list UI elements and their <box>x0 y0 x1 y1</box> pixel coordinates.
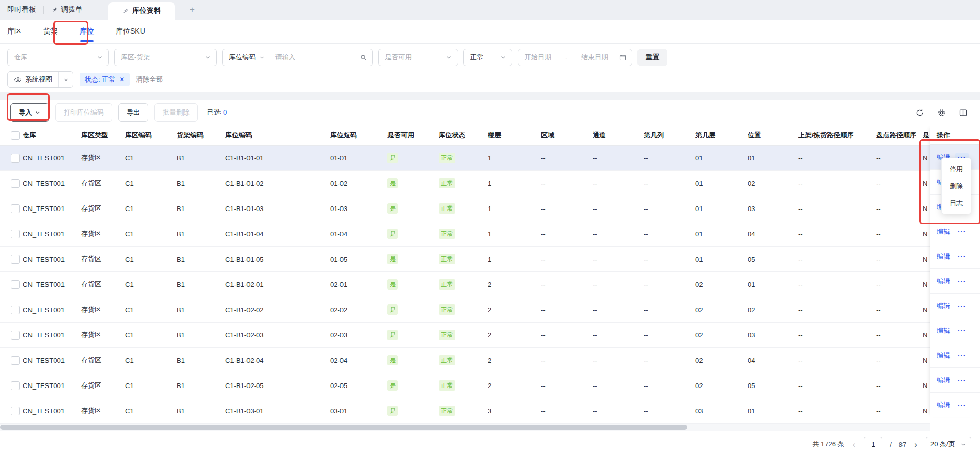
cell-position: 04 <box>748 357 798 364</box>
total-count: 共 1726 条 <box>812 440 844 449</box>
row-checkbox[interactable] <box>11 154 20 163</box>
cell-position: 01 <box>748 407 798 415</box>
table-row[interactable]: CN_TEST001存货区C1B1C1-B1-02-0202-02是正常2---… <box>0 297 930 323</box>
code-search-input[interactable]: 请输入 <box>270 53 372 62</box>
menu-item-log[interactable]: 日志 <box>942 195 971 212</box>
more-actions-button[interactable]: ··· <box>955 376 969 385</box>
available-select[interactable]: 是否可用 <box>378 49 458 66</box>
system-view-button[interactable]: 系统视图 <box>7 71 73 88</box>
warehouse-select[interactable]: 仓库 <box>7 49 109 66</box>
edit-link[interactable]: 编辑 <box>937 227 950 236</box>
system-view-dropdown[interactable] <box>58 72 73 87</box>
table-row[interactable]: CN_TEST001存货区C1B1C1-B1-02-0502-05是正常2---… <box>0 373 930 398</box>
tag-close-icon[interactable]: ✕ <box>119 76 125 83</box>
edit-link[interactable]: 编辑 <box>937 277 950 286</box>
edit-link[interactable]: 编辑 <box>937 301 950 311</box>
more-actions-button[interactable]: ··· <box>955 351 969 360</box>
ops-cell: 编辑··· <box>930 294 980 318</box>
export-button[interactable]: 导出 <box>118 103 148 122</box>
new-tab-button[interactable]: + <box>186 4 198 16</box>
row-checkbox[interactable] <box>11 230 20 238</box>
table-row[interactable]: CN_TEST001存货区C1B1C1-B1-01-0301-03是正常1---… <box>0 196 930 221</box>
edit-link[interactable]: 编辑 <box>937 326 950 335</box>
edit-link[interactable]: 编辑 <box>937 351 950 360</box>
column-header-shelf_code: 货架编码 <box>177 131 225 140</box>
page-separator: / <box>890 441 892 448</box>
tab-dashboard[interactable]: 即时看板 <box>0 0 43 20</box>
more-actions-button[interactable]: ··· <box>955 400 969 410</box>
settings-gear-icon[interactable] <box>937 108 946 117</box>
table-row[interactable]: CN_TEST001存货区C1B1C1-B1-02-0102-01是正常2---… <box>0 272 930 297</box>
table-row[interactable]: CN_TEST001存货区C1B1C1-B1-02-0302-03是正常2---… <box>0 323 930 348</box>
refresh-icon[interactable] <box>915 108 924 117</box>
table-header-row: 仓库库区类型库区编码货架编码库位编码库位短码是否可用库位状态楼层区域通道第几列第… <box>0 125 930 146</box>
column-layout-icon[interactable] <box>958 108 968 117</box>
more-actions-button[interactable]: ··· <box>955 301 969 311</box>
cell-status: 正常 <box>439 279 488 290</box>
clear-all-label: 清除全部 <box>136 75 163 83</box>
table-row[interactable]: CN_TEST001存货区C1B1C1-B1-01-0101-01是正常1---… <box>0 146 930 171</box>
row-checkbox[interactable] <box>11 381 20 390</box>
cell-warehouse: CN_TEST001 <box>23 205 81 213</box>
more-actions-button[interactable]: ··· <box>955 326 969 335</box>
table-row[interactable]: CN_TEST001存货区C1B1C1-B1-03-0103-01是正常3---… <box>0 398 930 424</box>
prev-page-button[interactable]: ‹ <box>852 440 857 449</box>
more-actions-button[interactable]: ··· <box>955 277 969 286</box>
cell-count_order: -- <box>876 357 923 364</box>
row-checkbox[interactable] <box>11 204 20 213</box>
edit-link[interactable]: 编辑 <box>937 252 950 261</box>
table-row[interactable]: CN_TEST001存货区C1B1C1-B1-02-0402-04是正常2---… <box>0 348 930 373</box>
status-select[interactable]: 正常 <box>463 49 512 66</box>
scrollbar-thumb[interactable] <box>0 425 687 430</box>
edit-link[interactable]: 编辑 <box>937 400 950 410</box>
menu-item-delete-label: 删除 <box>950 182 963 191</box>
zone-shelf-select[interactable]: 库区-货架 <box>114 49 217 66</box>
tab-location-data[interactable]: 库位资料 <box>108 2 175 20</box>
cell-truncated: N <box>923 331 930 339</box>
table-row[interactable]: CN_TEST001存货区C1B1C1-B1-01-0201-02是正常1---… <box>0 171 930 196</box>
subtab-zone[interactable]: 库区 <box>7 20 22 43</box>
cell-layer: 02 <box>695 331 748 339</box>
status-filter-tag[interactable]: 状态: 正常 ✕ <box>80 73 130 86</box>
status-badge: 是 <box>387 330 398 340</box>
more-actions-button[interactable]: ··· <box>955 227 969 236</box>
subtab-shelf[interactable]: 货架 <box>43 20 58 43</box>
tab-transfer-order[interactable]: 调拨单 <box>44 0 90 20</box>
ops-header-label: 操作 <box>937 131 950 140</box>
row-checkbox[interactable] <box>11 179 20 188</box>
row-checkbox[interactable] <box>11 255 20 264</box>
menu-item-disable[interactable]: 停用 <box>942 160 971 178</box>
date-range-picker[interactable]: 开始日期 - 结束日期 <box>518 49 632 66</box>
row-checkbox[interactable] <box>11 280 20 289</box>
select-all-checkbox[interactable] <box>11 131 20 140</box>
date-start-placeholder: 开始日期 <box>524 53 551 62</box>
cell-short_code: 01-04 <box>330 230 387 238</box>
edit-link[interactable]: 编辑 <box>937 376 950 385</box>
reset-button[interactable]: 重置 <box>637 49 667 66</box>
horizontal-scrollbar[interactable] <box>0 424 930 431</box>
batch-delete-button[interactable]: 批量删除 <box>154 103 198 122</box>
cell-layer: 01 <box>695 230 748 238</box>
menu-item-delete[interactable]: 删除 <box>942 178 971 195</box>
subtab-location-sku[interactable]: 库位SKU <box>116 20 145 43</box>
cell-truncated: N <box>923 180 930 187</box>
row-checkbox[interactable] <box>11 407 20 415</box>
import-button[interactable]: 导入 <box>10 103 49 122</box>
date-end-placeholder: 结束日期 <box>581 53 608 62</box>
page-size-select[interactable]: 20 条/页 <box>926 437 971 450</box>
print-location-code-button[interactable]: 打印库位编码 <box>55 103 112 122</box>
code-field-select[interactable]: 库位编码 <box>223 49 270 66</box>
table-row[interactable]: CN_TEST001存货区C1B1C1-B1-01-0401-04是正常1---… <box>0 221 930 247</box>
export-label: 导出 <box>127 108 140 117</box>
row-checkbox[interactable] <box>11 356 20 365</box>
next-page-button[interactable]: › <box>913 440 919 449</box>
row-checkbox[interactable] <box>11 306 20 314</box>
row-checkbox[interactable] <box>11 331 20 340</box>
table-row[interactable]: CN_TEST001存货区C1B1C1-B1-01-0501-05是正常1---… <box>0 247 930 272</box>
more-actions-button[interactable]: ··· <box>955 252 969 261</box>
subtab-location[interactable]: 库位 <box>80 20 94 43</box>
page-input[interactable]: 1 <box>864 437 882 450</box>
clear-all-link[interactable]: 清除全部 <box>136 75 163 84</box>
cell-code: C1-B1-01-03 <box>225 205 330 213</box>
chevron-down-icon <box>960 441 967 448</box>
